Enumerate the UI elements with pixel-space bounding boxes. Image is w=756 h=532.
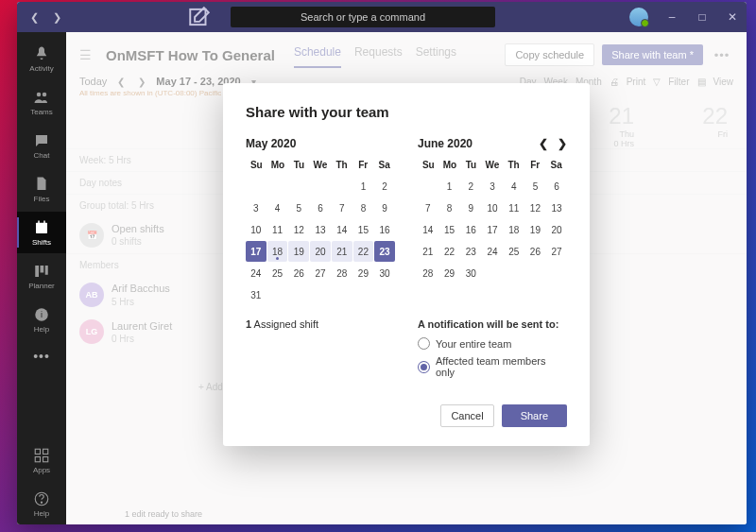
calendar-day[interactable]: 6 [546, 176, 567, 197]
compose-icon[interactable] [187, 5, 212, 29]
calendar-day[interactable]: 20 [310, 241, 331, 262]
calendar-day[interactable]: 14 [418, 219, 438, 240]
rail-activity[interactable]: Activity [17, 38, 66, 79]
calendar-day[interactable]: 24 [482, 241, 503, 262]
svg-rect-3 [36, 222, 47, 232]
calendar-day[interactable]: 18 [504, 219, 524, 240]
calendar-day[interactable]: 2 [460, 176, 481, 197]
calendar-day[interactable]: 7 [332, 197, 352, 218]
cal-next-icon[interactable]: ❯ [558, 137, 567, 150]
back-button[interactable]: ❮ [25, 8, 43, 26]
calendar-day[interactable]: 1 [353, 176, 374, 197]
calendar-day[interactable]: 5 [288, 197, 309, 218]
svg-text:i: i [41, 310, 43, 319]
share-button[interactable]: Share [502, 404, 567, 427]
calendar-day[interactable]: 4 [267, 197, 288, 218]
calendar-day[interactable]: 21 [332, 241, 352, 262]
calendar-day[interactable]: 13 [546, 197, 567, 218]
calendar-day[interactable]: 16 [374, 219, 395, 240]
calendar-day[interactable]: 28 [332, 263, 352, 283]
calendar-day[interactable]: 10 [246, 219, 266, 240]
svg-rect-8 [45, 266, 48, 275]
rail-planner[interactable]: Planner [17, 255, 66, 297]
calendar-day[interactable]: 24 [246, 263, 266, 283]
close-button[interactable]: ✕ [718, 3, 747, 31]
calendar-day[interactable]: 22 [439, 241, 460, 262]
assigned-shift-count: 1 Assigned shift [246, 318, 395, 384]
radio-entire-team[interactable]: Your entire team [418, 337, 567, 350]
calendar-day[interactable]: 3 [482, 176, 503, 197]
calendar-day[interactable]: 14 [332, 219, 352, 240]
calendar-day[interactable]: 30 [374, 263, 395, 283]
maximize-button[interactable]: □ [688, 3, 716, 31]
calendar-day[interactable]: 11 [504, 197, 524, 218]
calendar-day[interactable]: 16 [460, 219, 481, 240]
calendar-day[interactable]: 19 [288, 241, 309, 262]
calendar-day[interactable]: 18 [267, 241, 288, 262]
calendar-day[interactable]: 27 [546, 241, 567, 262]
rail-files[interactable]: Files [17, 168, 66, 210]
svg-rect-11 [35, 449, 40, 454]
calendar-day[interactable]: 10 [482, 197, 503, 218]
radio-affected-only[interactable]: Affected team members only [418, 355, 567, 378]
calendar-day[interactable]: 7 [418, 197, 438, 218]
notification-title: A notification will be sent to: [418, 318, 567, 330]
calendar-day[interactable]: 13 [310, 219, 331, 240]
rail-teams[interactable]: Teams [17, 81, 66, 123]
calendar-day[interactable]: 27 [310, 263, 331, 283]
calendar-day[interactable]: 12 [288, 219, 309, 240]
calendar-day[interactable]: 17 [482, 219, 503, 240]
minimize-button[interactable]: – [658, 3, 686, 31]
calendar-day[interactable]: 3 [246, 197, 266, 218]
calendar-day[interactable]: 6 [310, 197, 331, 218]
search-input[interactable]: Search or type a command [231, 7, 495, 27]
modal-title: Share with your team [246, 104, 567, 120]
calendar-day[interactable]: 1 [439, 176, 460, 197]
calendar-day[interactable]: 5 [525, 176, 546, 197]
calendar-day[interactable]: 8 [353, 197, 374, 218]
rail-shifts[interactable]: Shifts [17, 212, 66, 253]
svg-point-1 [37, 92, 42, 96]
calendar-day[interactable]: 30 [460, 263, 481, 283]
rail-apps[interactable]: Apps [17, 439, 66, 481]
calendar-day[interactable]: 21 [418, 241, 438, 262]
calendar-day[interactable]: 28 [418, 263, 438, 283]
rail-help[interactable]: iHelp [17, 299, 66, 340]
calendar-day[interactable]: 29 [439, 263, 460, 283]
calendar-day[interactable]: 17 [246, 241, 266, 262]
calendar-day[interactable]: 31 [246, 284, 266, 305]
calendar-day[interactable]: 12 [525, 197, 546, 218]
calendar-day[interactable]: 23 [374, 241, 395, 262]
calendar-day[interactable]: 26 [525, 241, 546, 262]
calendar-day[interactable]: 9 [460, 197, 481, 218]
svg-point-16 [41, 502, 42, 503]
calendar-day[interactable]: 25 [504, 241, 524, 262]
calendar-day[interactable]: 11 [267, 219, 288, 240]
cal-prev-icon[interactable]: ❮ [539, 137, 548, 150]
calendar-day[interactable]: 23 [460, 241, 481, 262]
forward-button[interactable]: ❯ [47, 8, 66, 26]
calendar-day[interactable]: 25 [267, 263, 288, 283]
svg-rect-13 [35, 456, 40, 461]
user-avatar[interactable] [629, 8, 648, 26]
cancel-button[interactable]: Cancel [440, 404, 493, 427]
calendar-day[interactable]: 4 [504, 176, 524, 197]
calendar-day[interactable]: 9 [374, 197, 395, 218]
calendar-day[interactable]: 19 [525, 219, 546, 240]
calendar-day[interactable]: 15 [439, 219, 460, 240]
calendar-day[interactable]: 29 [353, 263, 374, 283]
calendar-day[interactable]: 15 [353, 219, 374, 240]
calendar-day[interactable]: 8 [439, 197, 460, 218]
rail-chat[interactable]: Chat [17, 125, 66, 166]
svg-rect-14 [43, 456, 48, 461]
calendar-day[interactable]: 20 [546, 219, 567, 240]
calendar-day[interactable]: 22 [353, 241, 374, 262]
calendar-day[interactable]: 26 [288, 263, 309, 283]
calendar-day[interactable]: 2 [374, 176, 395, 197]
rail-help-bottom[interactable]: Help [17, 483, 66, 524]
app-window: ❮ ❯ Search or type a command – □ ✕ Activ… [17, 2, 747, 524]
rail-more[interactable]: ••• [33, 342, 50, 370]
month-label: June 2020 [418, 137, 472, 150]
calendar-june: June 2020 ❮❯ SuMoTuWeThFrSa 123456789101… [418, 137, 567, 305]
titlebar: ❮ ❯ Search or type a command – □ ✕ [17, 2, 747, 32]
